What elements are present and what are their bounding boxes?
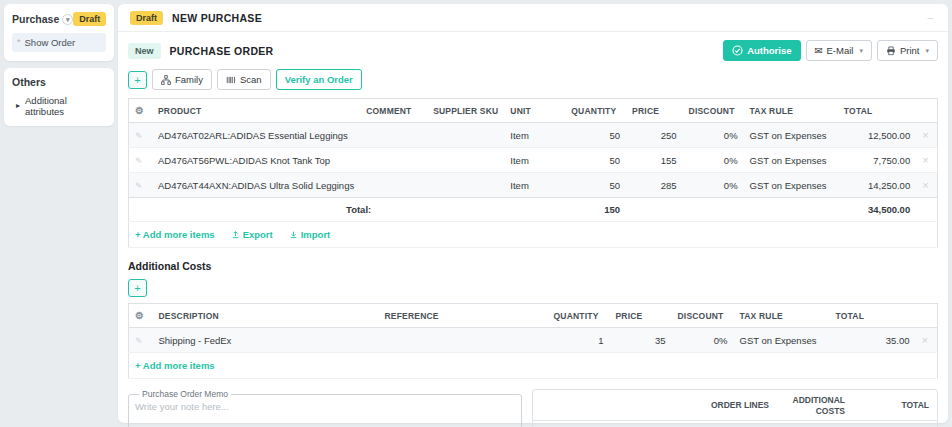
cell-discount: 0% bbox=[683, 148, 744, 173]
remove-row-icon[interactable]: × bbox=[922, 179, 928, 191]
scan-label: Scan bbox=[240, 74, 262, 85]
summary-row-before-tax: BEFORE TAX 34,500.00 35.00 34,535.00 bbox=[533, 421, 937, 427]
sitemap-icon bbox=[161, 75, 171, 85]
export-icon bbox=[231, 230, 240, 239]
before-tax-total: 34,535.00 bbox=[853, 421, 937, 427]
additional-costs-title: Additional Costs bbox=[128, 260, 938, 272]
items-toolbar: + Family Scan Verify an Order bbox=[128, 69, 938, 90]
cell-price: 35 bbox=[610, 328, 672, 353]
gear-icon[interactable]: ⚙ bbox=[135, 105, 144, 116]
items-table-header-row: ⚙ PRODUCT COMMENT SUPPLIER SKU UNIT QUAN… bbox=[129, 99, 938, 123]
purchase-panel: Purchase ▾ Draft * Show Order bbox=[4, 4, 114, 61]
cell-description: Shipping - FedEx bbox=[153, 328, 379, 353]
table-row[interactable]: ✎ AD476AT56PWL:ADIDAS Knot Tank Top Item… bbox=[129, 148, 938, 173]
import-link[interactable]: Import bbox=[289, 229, 331, 240]
col-description: DESCRIPTION bbox=[153, 304, 379, 328]
col-tax-rule: TAX RULE bbox=[734, 304, 830, 328]
sidebar-item-additional-attributes[interactable]: ▸ Additional attributes bbox=[12, 95, 106, 117]
print-button[interactable]: Print ▾ bbox=[877, 40, 938, 61]
cell-supplier-sku bbox=[427, 148, 504, 173]
chevron-down-icon: ▾ bbox=[859, 47, 863, 55]
cell-reference bbox=[379, 328, 548, 353]
printer-icon bbox=[886, 46, 896, 56]
page-title: NEW PURCHASE bbox=[172, 12, 262, 24]
cell-tax-rule: GST on Expenses bbox=[744, 173, 838, 198]
total-label: Total: bbox=[152, 198, 565, 222]
add-more-items-link[interactable]: + Add more items bbox=[135, 360, 215, 371]
col-tax-rule: TAX RULE bbox=[744, 99, 838, 123]
cell-quantity: 50 bbox=[565, 148, 626, 173]
items-table: ⚙ PRODUCT COMMENT SUPPLIER SKU UNIT QUAN… bbox=[128, 98, 938, 248]
remove-row-icon[interactable]: × bbox=[922, 334, 928, 346]
add-cost-button[interactable]: + bbox=[128, 279, 147, 297]
col-total: TOTAL bbox=[838, 99, 916, 123]
import-icon bbox=[289, 230, 298, 239]
edit-icon[interactable]: ✎ bbox=[135, 131, 143, 141]
purchase-order-memo: Purchase Order Memo bbox=[128, 389, 522, 427]
col-quantity: QUANTITY bbox=[548, 304, 610, 328]
add-item-button[interactable]: + bbox=[128, 71, 147, 89]
col-order-lines: ORDER LINES bbox=[673, 390, 777, 421]
export-label: Export bbox=[243, 229, 273, 240]
edit-icon[interactable]: ✎ bbox=[135, 181, 143, 191]
import-label: Import bbox=[301, 229, 331, 240]
authorise-button[interactable]: Authorise bbox=[723, 40, 800, 61]
form-body: New PURCHASE ORDER Authorise ✉ E-Mail ▾ bbox=[118, 32, 948, 427]
edit-icon[interactable]: ✎ bbox=[135, 336, 143, 346]
purchase-dropdown[interactable]: Purchase ▾ bbox=[12, 13, 73, 25]
email-label: E-Mail bbox=[827, 45, 854, 56]
total-amount: 34,500.00 bbox=[838, 198, 916, 222]
remove-row-icon[interactable]: × bbox=[922, 129, 928, 141]
col-price: PRICE bbox=[610, 304, 672, 328]
cell-discount: 0% bbox=[683, 173, 744, 198]
col-reference: REFERENCE bbox=[379, 304, 548, 328]
cell-tax-rule: GST on Expenses bbox=[734, 328, 830, 353]
purchase-panel-header: Purchase ▾ Draft bbox=[12, 12, 106, 26]
cell-price: 250 bbox=[626, 123, 682, 148]
totals-summary: ORDER LINES ADDITIONAL COSTS TOTAL BEFOR… bbox=[532, 389, 938, 427]
others-panel: Others ▸ Additional attributes bbox=[4, 68, 114, 126]
total-quantity: 150 bbox=[565, 198, 626, 222]
items-total-row: Total: 150 34,500.00 bbox=[129, 198, 938, 222]
before-tax-order-lines: 34,500.00 bbox=[673, 421, 777, 427]
sidebar-item-show-order[interactable]: * Show Order bbox=[12, 33, 106, 52]
email-button[interactable]: ✉ E-Mail ▾ bbox=[806, 40, 872, 61]
cell-supplier-sku bbox=[427, 173, 504, 198]
table-row[interactable]: ✎ Shipping - FedEx 1 35 0% GST on Expens… bbox=[129, 328, 938, 353]
col-discount: DISCOUNT bbox=[672, 304, 734, 328]
costs-links-row: + Add more items bbox=[129, 353, 938, 379]
collapse-panel-icon[interactable]: – bbox=[924, 12, 936, 23]
col-unit: UNIT bbox=[504, 99, 565, 123]
cell-price: 285 bbox=[626, 173, 682, 198]
additional-attributes-label: Additional attributes bbox=[25, 95, 106, 117]
gear-icon[interactable]: ⚙ bbox=[135, 310, 144, 321]
family-button[interactable]: Family bbox=[152, 69, 212, 90]
chevron-down-icon[interactable]: ▾ bbox=[62, 14, 73, 25]
cell-quantity: 50 bbox=[565, 123, 626, 148]
table-row[interactable]: ✎ AD476AT44AXN:ADIDAS Ultra Solid Leggin… bbox=[129, 173, 938, 198]
show-order-label: Show Order bbox=[25, 37, 76, 48]
remove-row-icon[interactable]: × bbox=[922, 154, 928, 166]
form-header: Draft NEW PURCHASE – bbox=[118, 4, 948, 32]
edit-icon[interactable]: ✎ bbox=[135, 156, 143, 166]
add-more-items-link[interactable]: + Add more items bbox=[135, 229, 215, 240]
cell-discount: 0% bbox=[683, 123, 744, 148]
memo-input[interactable] bbox=[135, 401, 515, 427]
cell-product: AD476AT44AXN:ADIDAS Ultra Solid Leggings bbox=[152, 173, 360, 198]
export-link[interactable]: Export bbox=[231, 229, 273, 240]
family-label: Family bbox=[175, 74, 203, 85]
order-bar: New PURCHASE ORDER Authorise ✉ E-Mail ▾ bbox=[128, 40, 938, 61]
col-discount: DISCOUNT bbox=[683, 99, 744, 123]
cell-total: 7,750.00 bbox=[838, 148, 916, 173]
table-row[interactable]: ✎ AD476AT02ARL:ADIDAS Essential Leggings… bbox=[129, 123, 938, 148]
verify-order-button[interactable]: Verify an Order bbox=[276, 69, 362, 90]
check-circle-icon bbox=[732, 45, 743, 56]
chevron-down-icon: ▾ bbox=[925, 47, 929, 55]
order-title: PURCHASE ORDER bbox=[170, 45, 274, 57]
scan-button[interactable]: Scan bbox=[217, 69, 271, 90]
purchase-form-card: Draft NEW PURCHASE – New PURCHASE ORDER … bbox=[118, 4, 948, 423]
cell-supplier-sku bbox=[427, 123, 504, 148]
cell-discount: 0% bbox=[672, 328, 734, 353]
col-total: TOTAL bbox=[830, 304, 916, 328]
cell-comment bbox=[360, 173, 427, 198]
